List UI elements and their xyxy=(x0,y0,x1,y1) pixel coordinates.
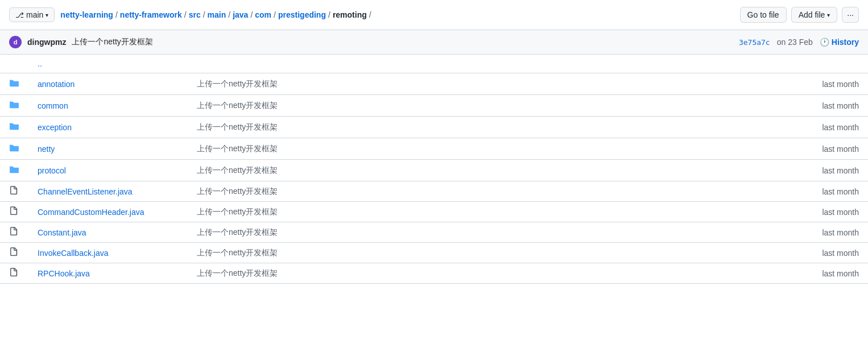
message-link[interactable]: 上传一个netty开发框架 xyxy=(197,101,278,110)
breadcrumb: netty-learning / netty-framework / src /… xyxy=(60,10,372,19)
breadcrumb-sep-0: / xyxy=(115,10,118,19)
time-cell: last month xyxy=(777,160,868,181)
table-row: protocol 上传一个netty开发框架 last month xyxy=(0,160,868,181)
parent-icon xyxy=(0,55,28,73)
time-cell: last month xyxy=(777,95,868,117)
folder-icon-cell xyxy=(0,73,28,95)
file-name-cell[interactable]: CommandCustomHeader.java xyxy=(28,202,188,222)
time-cell: last month xyxy=(777,117,868,138)
folder-link[interactable]: exception xyxy=(38,123,72,132)
breadcrumb-area: ⎇ main ▾ netty-learning / netty-framewor… xyxy=(9,7,373,22)
folder-link[interactable]: protocol xyxy=(38,166,66,175)
file-name-cell[interactable]: protocol xyxy=(28,160,188,181)
file-icon-cell xyxy=(0,181,28,202)
breadcrumb-current: remoting xyxy=(333,10,367,19)
file-icon xyxy=(9,206,18,216)
avatar: d xyxy=(9,36,22,48)
commit-message-cell: 上传一个netty开发框架 xyxy=(188,202,777,222)
breadcrumb-netty-learning[interactable]: netty-learning xyxy=(60,10,113,19)
clock-icon: 🕐 xyxy=(820,38,829,47)
message-link[interactable]: 上传一个netty开发框架 xyxy=(197,122,278,131)
file-name-cell[interactable]: ChannelEventListener.java xyxy=(28,181,188,202)
more-options-button[interactable]: ··· xyxy=(842,7,859,23)
commit-author[interactable]: dingwpmz xyxy=(27,38,66,47)
breadcrumb-sep-4: / xyxy=(250,10,253,19)
go-to-file-button[interactable]: Go to file xyxy=(740,7,787,23)
file-link[interactable]: ChannelEventListener.java xyxy=(38,187,133,196)
commit-message-cell: 上传一个netty开发框架 xyxy=(188,73,777,95)
file-icon-cell xyxy=(0,222,28,243)
breadcrumb-netty-framework[interactable]: netty-framework xyxy=(120,10,182,19)
breadcrumb-sep-5: / xyxy=(274,10,276,19)
folder-link[interactable]: common xyxy=(38,101,68,110)
table-row: common 上传一个netty开发框架 last month xyxy=(0,95,868,117)
file-link[interactable]: InvokeCallback.java xyxy=(38,249,109,258)
add-file-button[interactable]: Add file ▾ xyxy=(791,7,838,23)
folder-icon xyxy=(9,121,19,131)
breadcrumb-prestigeding[interactable]: prestigeding xyxy=(278,10,326,19)
history-label: History xyxy=(832,38,859,47)
breadcrumb-sep-3: / xyxy=(228,10,230,19)
file-name-cell[interactable]: netty xyxy=(28,138,188,160)
time-cell: last month xyxy=(777,243,868,263)
parent-dir-cell[interactable]: .. xyxy=(28,55,868,73)
file-name-cell[interactable]: common xyxy=(28,95,188,117)
breadcrumb-java[interactable]: java xyxy=(233,10,248,19)
message-link[interactable]: 上传一个netty开发框架 xyxy=(197,187,278,196)
commit-message: 上传一个netty开发框架 xyxy=(72,37,152,47)
table-row: exception 上传一个netty开发框架 last month xyxy=(0,117,868,138)
message-link[interactable]: 上传一个netty开发框架 xyxy=(197,165,278,175)
commit-bar-left: d dingwpmz 上传一个netty开发框架 xyxy=(9,36,153,48)
commit-message-cell: 上传一个netty开发框架 xyxy=(188,160,777,181)
table-row: netty 上传一个netty开发框架 last month xyxy=(0,138,868,160)
breadcrumb-sep-1: / xyxy=(184,10,187,19)
breadcrumb-main[interactable]: main xyxy=(208,10,226,19)
file-icon-cell xyxy=(0,243,28,263)
commit-message-cell: 上传一个netty开发框架 xyxy=(188,95,777,117)
folder-icon xyxy=(9,143,19,153)
message-link[interactable]: 上传一个netty开发框架 xyxy=(197,79,278,88)
file-name-cell[interactable]: Constant.java xyxy=(28,222,188,243)
file-link[interactable]: CommandCustomHeader.java xyxy=(38,208,144,217)
file-icon-cell xyxy=(0,263,28,284)
add-file-chevron-icon: ▾ xyxy=(827,12,830,18)
commit-bar: d dingwpmz 上传一个netty开发框架 3e75a7c on 23 F… xyxy=(0,30,868,55)
message-link[interactable]: 上传一个netty开发框架 xyxy=(197,144,278,153)
file-name-cell[interactable]: exception xyxy=(28,117,188,138)
commit-message-cell: 上传一个netty开发框架 xyxy=(188,181,777,202)
file-name-cell[interactable]: annotation xyxy=(28,73,188,95)
message-link[interactable]: 上传一个netty开发框架 xyxy=(197,248,278,257)
file-icon xyxy=(9,227,18,236)
folder-link[interactable]: annotation xyxy=(38,80,75,89)
top-bar: ⎇ main ▾ netty-learning / netty-framewor… xyxy=(0,0,868,30)
parent-dir-link[interactable]: .. xyxy=(38,59,42,68)
history-link[interactable]: 🕐 History xyxy=(820,38,859,47)
folder-icon-cell xyxy=(0,138,28,160)
commit-hash[interactable]: 3e75a7c xyxy=(739,38,770,47)
file-table: .. annotation 上传一个netty开发框架 last month xyxy=(0,55,868,284)
table-row: RPCHook.java 上传一个netty开发框架 last month xyxy=(0,263,868,284)
file-icon-cell xyxy=(0,202,28,222)
file-icon xyxy=(9,186,18,195)
breadcrumb-sep-2: / xyxy=(203,10,205,19)
file-link[interactable]: RPCHook.java xyxy=(38,269,90,278)
file-link[interactable]: Constant.java xyxy=(38,228,86,237)
folder-icon-cell xyxy=(0,117,28,138)
file-name-cell[interactable]: InvokeCallback.java xyxy=(28,243,188,263)
message-link[interactable]: 上传一个netty开发框架 xyxy=(197,268,278,278)
branch-selector[interactable]: ⎇ main ▾ xyxy=(9,7,55,22)
message-link[interactable]: 上传一个netty开发框架 xyxy=(197,227,278,237)
table-row: ChannelEventListener.java 上传一个netty开发框架 … xyxy=(0,181,868,202)
message-link[interactable]: 上传一个netty开发框架 xyxy=(197,207,278,216)
folder-link[interactable]: netty xyxy=(38,144,55,154)
file-name-cell[interactable]: RPCHook.java xyxy=(28,263,188,284)
table-row: Constant.java 上传一个netty开发框架 last month xyxy=(0,222,868,243)
time-cell: last month xyxy=(777,73,868,95)
table-row: InvokeCallback.java 上传一个netty开发框架 last m… xyxy=(0,243,868,263)
breadcrumb-src[interactable]: src xyxy=(189,10,201,19)
breadcrumb-com[interactable]: com xyxy=(255,10,271,19)
commit-date: on 23 Feb xyxy=(777,38,813,47)
time-cell: last month xyxy=(777,222,868,243)
folder-icon xyxy=(9,78,19,88)
commit-message-cell: 上传一个netty开发框架 xyxy=(188,243,777,263)
